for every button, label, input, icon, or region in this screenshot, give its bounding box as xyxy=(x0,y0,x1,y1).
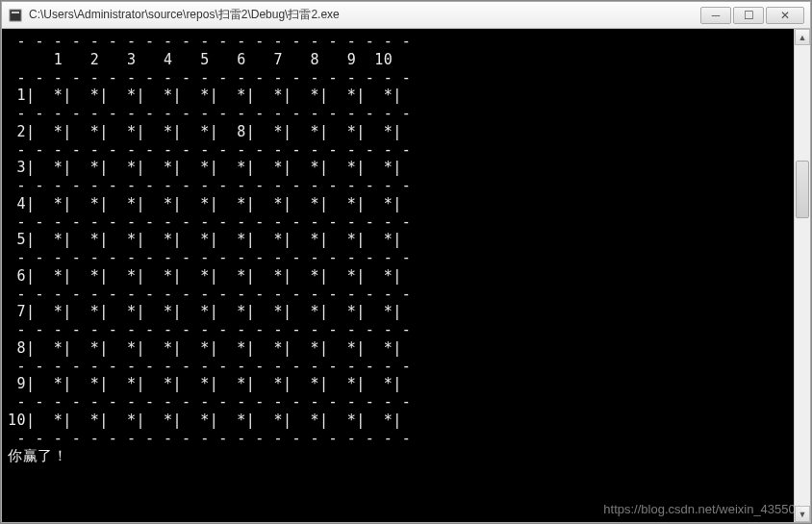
window-title: C:\Users\Administrator\source\repos\扫雷2\… xyxy=(29,7,700,23)
close-button[interactable]: ✕ xyxy=(766,7,804,24)
minimize-button[interactable]: ─ xyxy=(700,7,731,24)
window-controls: ─ ☐ ✕ xyxy=(700,7,804,24)
svg-rect-0 xyxy=(10,10,21,21)
console-area: - - - - - - - - - - - - - - - - - - - - … xyxy=(2,29,810,522)
svg-rect-1 xyxy=(12,12,19,13)
vertical-scrollbar[interactable]: ▲ ▼ xyxy=(794,29,810,522)
titlebar: C:\Users\Administrator\source\repos\扫雷2\… xyxy=(2,2,810,29)
scroll-track[interactable] xyxy=(795,45,810,506)
maximize-button[interactable]: ☐ xyxy=(733,7,764,24)
scroll-thumb[interactable] xyxy=(796,161,809,218)
app-window: C:\Users\Administrator\source\repos\扫雷2\… xyxy=(1,1,811,523)
scroll-up-button[interactable]: ▲ xyxy=(795,29,810,45)
app-icon xyxy=(8,8,23,23)
console-output: - - - - - - - - - - - - - - - - - - - - … xyxy=(2,29,794,522)
scroll-down-button[interactable]: ▼ xyxy=(795,506,810,522)
